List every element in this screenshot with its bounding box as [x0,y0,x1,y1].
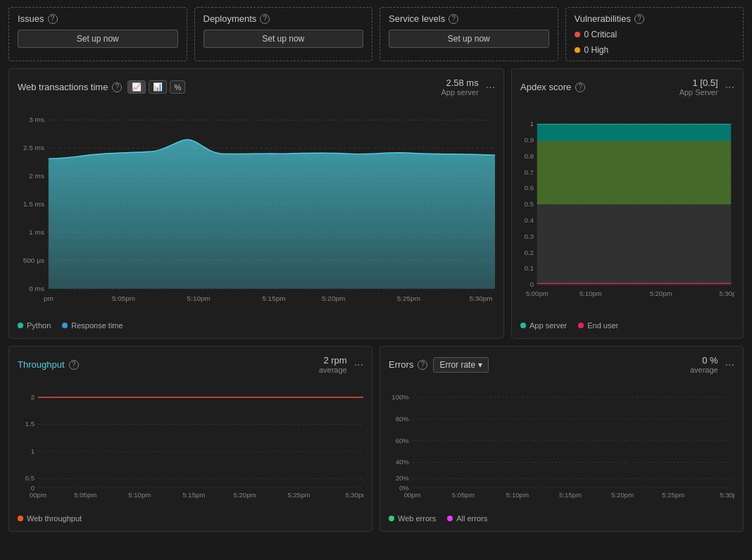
apdex-more-button[interactable]: ··· [725,82,734,93]
web-transactions-panel: Web transactions time ? 📈 📊 % 2.58 ms Ap… [8,68,504,339]
deployments-help-icon[interactable]: ? [260,14,270,24]
svg-text:5:15pm: 5:15pm [262,294,285,302]
svg-text:5:25pm: 5:25pm [662,491,684,499]
web-errors-legend-label: Web errors [398,514,436,523]
throughput-avg-label: average [319,366,347,374]
errors-chart: 100% 80% 60% 40% 20% 0% 00pm 5:05pm [389,380,734,523]
throughput-chart: 2 1.5 1 0.5 0 00pm 5:05pm 5: [18,380,363,523]
response-time-legend-dot [62,323,68,328]
web-throughput-legend-dot [18,516,23,521]
svg-text:5:10pm: 5:10pm [187,294,211,302]
svg-text:2 ms: 2 ms [29,172,44,180]
web-transactions-value: 2.58 ms [441,77,478,88]
svg-text:5:15pm: 5:15pm [182,491,205,499]
svg-text:5:20pm: 5:20pm [611,491,634,499]
web-transactions-help-icon[interactable]: ? [112,82,122,92]
deployments-setup-button[interactable]: Set up now [203,30,364,48]
vulnerabilities-title: Vulnerabilities ? [575,13,735,24]
high-dot [575,47,580,53]
python-legend-label: Python [27,321,51,330]
service-levels-setup-button[interactable]: Set up now [389,30,549,48]
apdex-title: Apdex score ? [520,82,585,92]
svg-text:5:30pm: 5:30pm [345,491,363,499]
app-server-legend-item: App server [520,321,567,330]
throughput-meta: 2 rpm average [319,355,347,374]
deployments-label: Deployments [203,13,257,24]
apdex-satisfied-band [537,124,732,141]
web-transactions-more-button[interactable]: ··· [486,82,495,93]
throughput-svg: 2 1.5 1 0.5 0 00pm 5:05pm 5: [18,380,363,506]
response-time-legend-label: Response time [71,321,123,330]
errors-svg: 100% 80% 60% 40% 20% 0% 00pm 5:05pm [389,380,734,506]
errors-legend: Web errors All errors [389,514,734,523]
top-bar: Issues ? Set up now Deployments ? Set up… [0,0,752,68]
svg-text:1 ms: 1 ms [29,228,44,236]
chevron-down-icon: ▾ [478,360,482,370]
svg-text:00pm: 00pm [30,491,46,499]
svg-text:5:05pm: 5:05pm [74,491,96,499]
top-charts-row: Web transactions time ? 📈 📊 % 2.58 ms Ap… [8,68,744,339]
svg-text:5:15pm: 5:15pm [559,491,582,499]
error-rate-dropdown[interactable]: Error rate ▾ [433,357,489,373]
svg-text:0.9: 0.9 [525,136,534,144]
apdex-meta: 1 [0.5] App Server [679,77,718,97]
main-content: Web transactions time ? 📈 📊 % 2.58 ms Ap… [0,68,752,540]
svg-text:0.6: 0.6 [525,184,534,192]
svg-text:1.5: 1.5 [25,420,35,428]
svg-text:20%: 20% [396,474,410,482]
errors-title: Errors ? [389,359,427,370]
throughput-help-icon[interactable]: ? [69,360,79,370]
apdex-help-icon[interactable]: ? [575,82,585,92]
svg-text:0 ms: 0 ms [29,285,44,292]
web-transactions-title: Web transactions time ? [18,82,122,92]
throughput-value: 2 rpm [319,355,347,366]
svg-text:80%: 80% [396,415,410,423]
apdex-legend: App server End user [520,321,734,330]
percent-chart-button[interactable]: % [170,80,185,94]
svg-text:5:20pm: 5:20pm [233,491,256,499]
svg-text:5:10pm: 5:10pm [506,491,529,499]
critical-label: 0 Critical [584,30,618,39]
apdex-tolerating-band [537,141,732,204]
throughput-more-button[interactable]: ··· [354,359,363,371]
service-levels-help-icon[interactable]: ? [449,14,458,24]
web-transactions-meta: 2.58 ms App server [441,77,478,97]
svg-text:5:20pm: 5:20pm [650,290,672,297]
svg-text:5:30pm: 5:30pm [720,491,734,499]
end-user-legend-label: End user [587,321,618,330]
web-transactions-area [49,139,495,289]
svg-text:5:05pm: 5:05pm [452,491,475,499]
high-label: 0 High [584,45,609,55]
end-user-legend-item: End user [578,321,618,330]
svg-text:0.7: 0.7 [525,168,534,176]
svg-text:5:05pm: 5:05pm [112,294,135,302]
deployments-title: Deployments ? [203,13,364,24]
svg-text:0.2: 0.2 [525,249,534,256]
errors-more-button[interactable]: ··· [725,359,734,371]
svg-text:5:25pm: 5:25pm [397,294,420,302]
svg-text:0.4: 0.4 [525,216,534,224]
issues-setup-button[interactable]: Set up now [18,30,178,48]
apdex-chart: 1 0.9 0.8 0.7 0.6 0.5 0.4 0.3 0.2 0.1 0 [520,102,734,330]
svg-text:0.8: 0.8 [525,152,534,160]
line-chart-button[interactable]: 📈 [127,80,146,94]
web-transactions-legend: Python Response time [18,321,495,330]
issues-title: Issues ? [18,13,178,24]
issues-help-icon[interactable]: ? [48,14,58,24]
svg-text:00pm: 00pm [404,491,421,499]
errors-help-icon[interactable]: ? [418,360,427,370]
svg-text:5:10pm: 5:10pm [579,290,602,297]
vulnerabilities-help-icon[interactable]: ? [634,14,644,24]
web-errors-legend-item: Web errors [389,514,436,523]
svg-text:pm: pm [44,294,54,302]
service-levels-title: Service levels ? [389,13,549,24]
all-errors-legend-item: All errors [447,514,487,523]
apdex-frustrated-band [537,204,732,285]
svg-text:60%: 60% [396,437,410,444]
apdex-label: App Server [679,88,718,97]
all-errors-legend-dot [447,516,453,521]
throughput-header: Throughput ? 2 rpm average ··· [18,355,363,374]
bar-chart-button[interactable]: 📊 [149,80,167,94]
apdex-value: 1 [0.5] [679,77,718,88]
apdex-panel: Apdex score ? 1 [0.5] App Server ··· 1 0… [511,68,744,339]
